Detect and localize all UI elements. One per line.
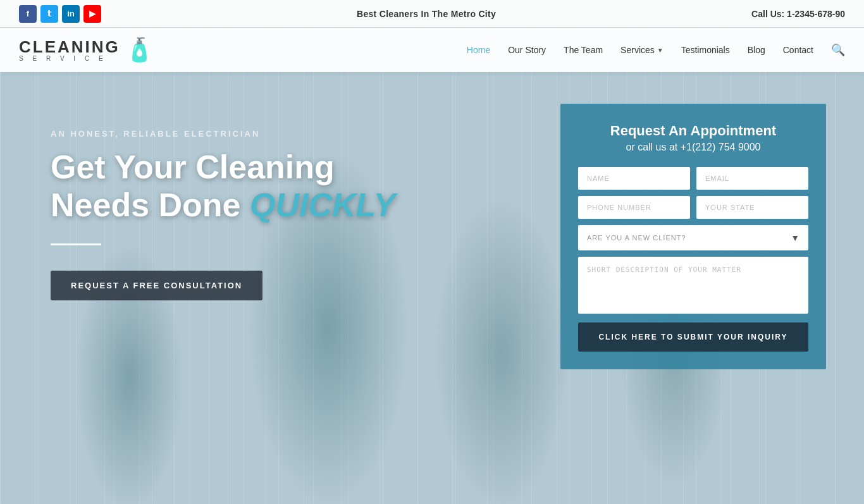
hero-title: Get Your CleaningNeeds Done QUICKLY (51, 149, 560, 224)
client-select[interactable]: ARE YOU A NEW CLIENT? YES NO (578, 225, 808, 250)
nav-our-story[interactable]: Our Story (508, 44, 546, 56)
phone-input[interactable] (578, 196, 690, 219)
logo-cleaning: CLEANING (19, 39, 120, 55)
top-bar: f 𝕥 in ▶ Best Cleaners In The Metro City… (0, 0, 864, 28)
top-phone: Call Us: 1-2345-678-90 (751, 9, 845, 19)
hero-left: AN HONEST, RELIABLE ELECTRICIAN Get Your… (51, 110, 560, 300)
nav-search[interactable]: 🔍 (831, 43, 845, 57)
nav-contact-link[interactable]: Contact (783, 45, 813, 55)
submit-button[interactable]: CLICK HERE TO SUBMIT YOUR INQUIRY (578, 323, 808, 352)
email-input[interactable] (696, 167, 808, 190)
search-icon[interactable]: 🔍 (831, 44, 845, 56)
client-select-wrapper: ARE YOU A NEW CLIENT? YES NO ▼ (578, 225, 808, 250)
name-input[interactable] (578, 167, 690, 190)
nav-links: Home Our Story The Team Services ▼ Testi… (467, 43, 845, 57)
hero-subtitle: AN HONEST, RELIABLE ELECTRICIAN (51, 129, 560, 138)
navbar: CLEANING S E R V I C E 🧴 Home Our Story … (0, 28, 864, 72)
nav-blog[interactable]: Blog (748, 44, 765, 56)
description-textarea[interactable] (578, 257, 808, 314)
appointment-subtitle: or call us at +1(212) 754 9000 (578, 142, 808, 153)
state-input[interactable] (696, 196, 808, 219)
logo-icon: 🧴 (125, 37, 154, 63)
nav-home-link[interactable]: Home (467, 45, 490, 55)
nav-contact[interactable]: Contact (783, 44, 813, 56)
logo-service: S E R V I C E (19, 55, 120, 62)
form-row-1 (578, 167, 808, 190)
appointment-panel: Request An Appointment or call us at +1(… (560, 104, 826, 369)
nav-services-link[interactable]: Services (620, 45, 655, 55)
nav-the-team-link[interactable]: The Team (564, 45, 603, 55)
hero-divider (51, 243, 101, 245)
top-tagline: Best Cleaners In The Metro City (357, 9, 496, 19)
facebook-icon[interactable]: f (19, 5, 37, 23)
nav-services-dropdown[interactable]: Services ▼ (620, 45, 663, 55)
nav-the-team[interactable]: The Team (564, 44, 603, 56)
hero-title-highlight: QUICKLY (250, 187, 395, 223)
services-dropdown-arrow: ▼ (657, 47, 663, 54)
twitter-icon[interactable]: 𝕥 (40, 5, 58, 23)
social-icons-group: f 𝕥 in ▶ (19, 5, 101, 23)
logo[interactable]: CLEANING S E R V I C E 🧴 (19, 37, 154, 63)
logo-text: CLEANING S E R V I C E (19, 39, 120, 62)
nav-testimonials[interactable]: Testimonials (681, 44, 730, 56)
form-row-2 (578, 196, 808, 219)
nav-home[interactable]: Home (467, 44, 490, 56)
appointment-title: Request An Appointment (578, 123, 808, 139)
nav-services[interactable]: Services ▼ (620, 45, 663, 55)
hero-content: AN HONEST, RELIABLE ELECTRICIAN Get Your… (0, 72, 864, 504)
nav-blog-link[interactable]: Blog (748, 45, 765, 55)
linkedin-icon[interactable]: in (62, 5, 80, 23)
nav-our-story-link[interactable]: Our Story (508, 45, 546, 55)
nav-testimonials-link[interactable]: Testimonials (681, 45, 730, 55)
cta-button[interactable]: REQUEST A FREE CONSULTATION (51, 271, 262, 300)
youtube-icon[interactable]: ▶ (83, 5, 101, 23)
